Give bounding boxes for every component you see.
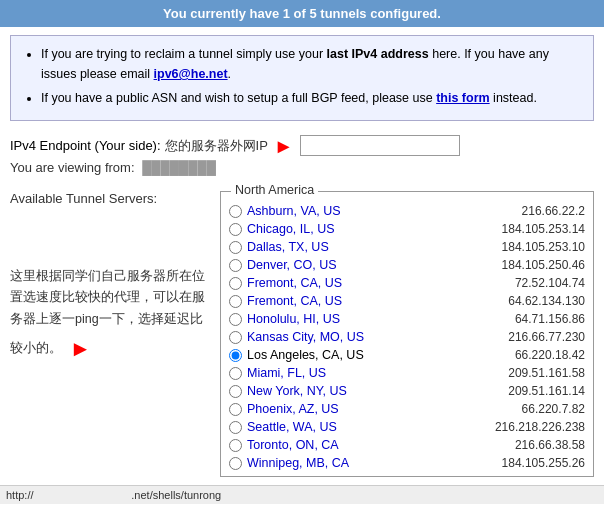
server-radio-8[interactable] — [229, 349, 242, 362]
server-ip: 72.52.104.74 — [475, 276, 585, 290]
ipv4-label: IPv4 Endpoint (Your side): — [10, 138, 161, 153]
server-ip: 64.62.134.130 — [475, 294, 585, 308]
annotation-arrow-icon: ► — [69, 330, 91, 367]
ip-display: ████████ — [142, 160, 216, 175]
list-item: Fremont, CA, US 72.52.104.74 — [221, 274, 593, 292]
server-name[interactable]: Kansas City, MO, US — [247, 330, 475, 344]
annotation-text: 这里根据同学们自己服务器所在位置选速度比较快的代理，可以在服务器上逐一ping一… — [10, 266, 210, 367]
server-ip: 184.105.250.46 — [475, 258, 585, 272]
list-item: Denver, CO, US 184.105.250.46 — [221, 256, 593, 274]
server-radio-11[interactable] — [229, 403, 242, 416]
server-radio-12[interactable] — [229, 421, 242, 434]
list-item: Kansas City, MO, US 216.66.77.230 — [221, 328, 593, 346]
list-item: Fremont, CA, US 64.62.134.130 — [221, 292, 593, 310]
server-name[interactable]: Toronto, ON, CA — [247, 438, 475, 452]
list-item: Honolulu, HI, US 64.71.156.86 — [221, 310, 593, 328]
list-item: Phoenix, AZ, US 66.220.7.82 — [221, 400, 593, 418]
server-ip: 216.66.77.230 — [475, 330, 585, 344]
server-radio-9[interactable] — [229, 367, 242, 380]
viewing-from: You are viewing from: ████████ — [10, 160, 594, 175]
region-title: North America — [231, 183, 318, 197]
banner-text: You currently have 1 of 5 tunnels config… — [163, 6, 441, 21]
list-item: New York, NY, US 209.51.161.14 — [221, 382, 593, 400]
server-ip: 66.220.7.82 — [475, 402, 585, 416]
server-radio-5[interactable] — [229, 295, 242, 308]
ipv4-input[interactable] — [300, 135, 460, 156]
chinese-label: 您的服务器外网IP — [165, 137, 268, 155]
server-ip: 66.220.18.42 — [475, 348, 585, 362]
top-banner: You currently have 1 of 5 tunnels config… — [0, 0, 604, 27]
server-radio-7[interactable] — [229, 331, 242, 344]
region-box: North America Ashburn, VA, US 216.66.22.… — [220, 191, 594, 477]
arrow-indicator: ► — [274, 136, 294, 156]
server-name[interactable]: New York, NY, US — [247, 384, 475, 398]
server-radio-3[interactable] — [229, 259, 242, 272]
server-ip: 216.218.226.238 — [475, 420, 585, 434]
server-name[interactable]: Fremont, CA, US — [247, 294, 475, 308]
server-name[interactable]: Ashburn, VA, US — [247, 204, 475, 218]
list-item: Dallas, TX, US 184.105.253.10 — [221, 238, 593, 256]
server-name[interactable]: Miami, FL, US — [247, 366, 475, 380]
this-form-link[interactable]: this form — [436, 91, 489, 105]
server-radio-1[interactable] — [229, 223, 242, 236]
server-name[interactable]: Seattle, WA, US — [247, 420, 475, 434]
server-ip: 216.66.38.58 — [475, 438, 585, 452]
server-radio-4[interactable] — [229, 277, 242, 290]
list-item: Ashburn, VA, US 216.66.22.2 — [221, 202, 593, 220]
info-line-2: If you have a public ASN and wish to set… — [41, 88, 581, 108]
server-name[interactable]: Dallas, TX, US — [247, 240, 475, 254]
server-radio-14[interactable] — [229, 457, 242, 470]
server-ip: 216.66.22.2 — [475, 204, 585, 218]
server-ip: 184.105.253.10 — [475, 240, 585, 254]
right-arrow-icon: ► — [274, 136, 294, 156]
server-name[interactable]: Los Angeles, CA, US — [247, 348, 475, 362]
server-name[interactable]: Phoenix, AZ, US — [247, 402, 475, 416]
list-item: Chicago, IL, US 184.105.253.14 — [221, 220, 593, 238]
bottom-bar-text: http:// .net/shells/tunrong — [6, 489, 221, 501]
ipv4-row: IPv4 Endpoint (Your side): 您的服务器外网IP ► — [10, 135, 594, 156]
server-ip: 209.51.161.14 — [475, 384, 585, 398]
server-radio-13[interactable] — [229, 439, 242, 452]
list-item: Seattle, WA, US 216.218.226.238 — [221, 418, 593, 436]
list-item: Los Angeles, CA, US 66.220.18.42 — [221, 346, 593, 364]
server-radio-0[interactable] — [229, 205, 242, 218]
server-list: Ashburn, VA, US 216.66.22.2 Chicago, IL,… — [221, 196, 593, 472]
server-name[interactable]: Honolulu, HI, US — [247, 312, 475, 326]
list-item: Winnipeg, MB, CA 184.105.255.26 — [221, 454, 593, 472]
server-ip: 184.105.255.26 — [475, 456, 585, 470]
server-ip: 184.105.253.14 — [475, 222, 585, 236]
server-ip: 64.71.156.86 — [475, 312, 585, 326]
server-name[interactable]: Chicago, IL, US — [247, 222, 475, 236]
list-item: Miami, FL, US 209.51.161.58 — [221, 364, 593, 382]
server-name[interactable]: Winnipeg, MB, CA — [247, 456, 475, 470]
info-box: If you are trying to reclaim a tunnel si… — [10, 35, 594, 121]
bottom-bar: http:// .net/shells/tunrong — [0, 485, 604, 504]
list-item: Toronto, ON, CA 216.66.38.58 — [221, 436, 593, 454]
main-content: Available Tunnel Servers: 这里根据同学们自己服务器所在… — [0, 187, 604, 481]
server-name[interactable]: Fremont, CA, US — [247, 276, 475, 290]
left-annotation: Available Tunnel Servers: 这里根据同学们自己服务器所在… — [10, 191, 220, 477]
info-line-1: If you are trying to reclaim a tunnel si… — [41, 44, 581, 84]
right-panel: North America Ashburn, VA, US 216.66.22.… — [220, 191, 594, 477]
server-radio-2[interactable] — [229, 241, 242, 254]
email-link[interactable]: ipv6@he.net — [154, 67, 228, 81]
server-radio-6[interactable] — [229, 313, 242, 326]
tunnel-servers-label: Available Tunnel Servers: — [10, 191, 210, 206]
server-radio-10[interactable] — [229, 385, 242, 398]
server-name[interactable]: Denver, CO, US — [247, 258, 475, 272]
server-ip: 209.51.161.58 — [475, 366, 585, 380]
